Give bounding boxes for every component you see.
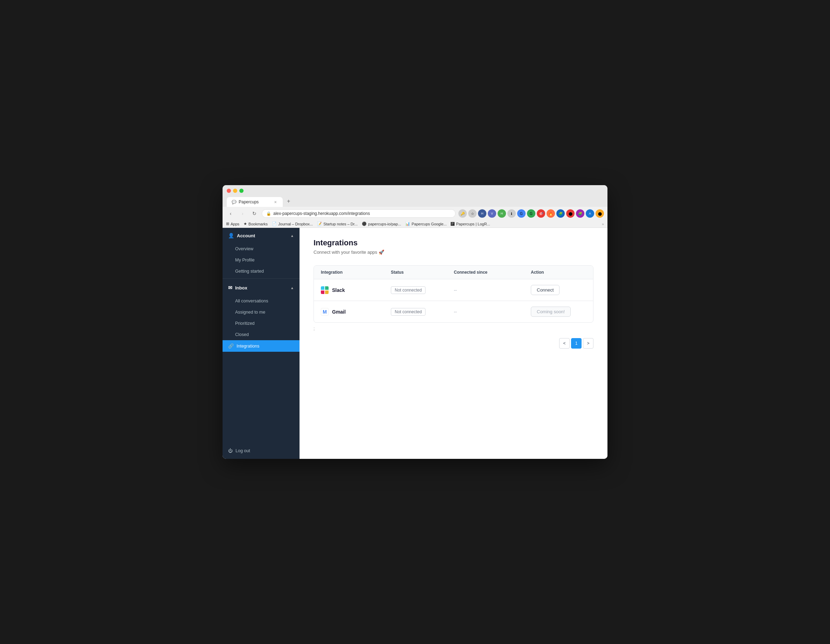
sidebar-account-header[interactable]: 👤 Account ▲	[223, 228, 299, 243]
sidebar-item-prioritized[interactable]: Prioritized	[223, 318, 299, 329]
bookmark-github-label: papercups-io/pap...	[368, 222, 401, 226]
sidebar-item-assigned-to-me[interactable]: Assigned to me	[223, 306, 299, 318]
slack-action-cell: Connect	[531, 285, 586, 295]
github-icon: ⚫	[362, 222, 367, 226]
pagination-prev-button[interactable]: <	[559, 338, 570, 349]
slack-integration-name: Slack	[321, 286, 391, 294]
bookmark-google[interactable]: 📊 Papercups Google...	[405, 222, 447, 226]
sidebar-inbox-header[interactable]: ✉ Inbox ▲	[223, 280, 299, 295]
user-avatar[interactable]: A	[586, 209, 594, 218]
tab-close-button[interactable]: ✕	[273, 200, 278, 205]
page-title: Integrations	[314, 238, 594, 247]
browser-window: 💬 Papercups ✕ + ‹ › ↻ 🔒 alex-papercups-s…	[223, 185, 607, 459]
slack-q4	[325, 290, 329, 294]
slack-q2	[325, 286, 329, 290]
gmail-status: Not connected	[391, 308, 454, 316]
sidebar-account-section: 👤 Account ▲ Overview My Profile Getting …	[223, 228, 299, 277]
gmail-icon: M	[321, 308, 329, 316]
extension-icon-11[interactable]: ⬤	[596, 209, 604, 218]
slack-label: Slack	[332, 287, 345, 293]
account-person-icon: 👤	[228, 233, 234, 238]
sidebar-account-label: Account	[237, 233, 255, 238]
main-content: Integrations Connect with your favorite …	[299, 228, 607, 459]
header-action: Action	[531, 270, 586, 275]
extension-icon-4[interactable]: ℹ	[507, 209, 516, 218]
logrocket-icon: 🅿	[451, 222, 455, 226]
sidebar-account-header-left: 👤 Account	[228, 233, 255, 238]
minimize-window-button[interactable]	[233, 189, 237, 193]
gmail-connected-since: --	[454, 309, 531, 314]
google-account-icon[interactable]: G	[517, 209, 526, 218]
slack-connect-button[interactable]: Connect	[531, 285, 559, 295]
sidebar: 👤 Account ▲ Overview My Profile Getting …	[223, 228, 299, 459]
logout-label: Log out	[236, 448, 250, 453]
bookmark-bookmarks[interactable]: ★ Bookmarks	[244, 222, 268, 226]
sidebar-item-closed[interactable]: Closed	[223, 329, 299, 340]
sidebar-divider-1	[223, 278, 299, 279]
bookmark-journal[interactable]: 📄 Journal – Dropbox...	[272, 222, 313, 226]
bookmarks-bar: ⊞ Apps ★ Bookmarks 📄 Journal – Dropbox..…	[223, 220, 607, 228]
more-bookmarks[interactable]: »	[602, 222, 604, 226]
gmail-action-cell: Coming soon!	[531, 306, 586, 317]
key-icon[interactable]: 🔑	[458, 209, 467, 218]
pagination-page-1-button[interactable]: 1	[571, 338, 581, 349]
slack-connected-since: --	[454, 287, 531, 293]
tab-favicon: 💬	[232, 200, 236, 205]
reload-button[interactable]: ↻	[250, 209, 259, 218]
logout-button[interactable]: ⏻ Log out	[228, 448, 294, 453]
table-row-slack: Slack Not connected -- Connect	[314, 279, 593, 301]
tab-title: Papercups	[239, 200, 258, 205]
pagination-next-button[interactable]: >	[583, 338, 594, 349]
extension-icon-1[interactable]: H	[478, 209, 486, 218]
bookmark-logrocket[interactable]: 🅿 Papercups | LogR...	[451, 222, 490, 226]
sidebar-my-profile-label: My Profile	[235, 258, 255, 262]
notes-icon: 📝	[317, 222, 322, 226]
window-controls	[227, 189, 603, 193]
bookmark-apps[interactable]: ⊞ Apps	[226, 222, 239, 226]
maximize-window-button[interactable]	[239, 189, 244, 193]
extension-icon-2[interactable]: V	[488, 209, 496, 218]
star-bookmark-icon: ★	[244, 222, 247, 226]
extension-icon-3[interactable]: H	[497, 209, 506, 218]
bookmark-startup-label: Startup notes – Dr...	[323, 222, 358, 226]
active-tab[interactable]: 💬 Papercups ✕	[227, 197, 283, 207]
sidebar-item-getting-started[interactable]: Getting started	[223, 266, 299, 277]
logout-icon: ⏻	[228, 448, 233, 453]
extension-icon-6[interactable]: 🎯	[537, 209, 545, 218]
bookmark-google-label: Papercups Google...	[412, 222, 447, 226]
sidebar-inbox-label: Inbox	[235, 285, 247, 290]
extension-icon-9[interactable]: ⬤	[566, 209, 575, 218]
extension-icon-8[interactable]: 🧩	[556, 209, 565, 218]
sidebar-footer: ⏻ Log out	[223, 443, 299, 459]
extension-icon-10[interactable]: 🧩	[576, 209, 584, 218]
apps-grid-icon: ⊞	[226, 222, 229, 226]
bookmark-github[interactable]: ⚫ papercups-io/pap...	[362, 222, 401, 226]
forward-button[interactable]: ›	[238, 209, 247, 218]
sidebar-getting-started-label: Getting started	[235, 269, 264, 274]
bookmark-logrocket-label: Papercups | LogR...	[456, 222, 490, 226]
back-button[interactable]: ‹	[226, 209, 235, 218]
slack-q3	[321, 290, 325, 294]
bookmark-startup[interactable]: 📝 Startup notes – Dr...	[317, 222, 358, 226]
extension-icon-7[interactable]: 🔥	[546, 209, 555, 218]
table-header-row: Integration Status Connected since Actio…	[314, 266, 593, 279]
integrations-sidebar-label: Integrations	[236, 344, 259, 349]
sidebar-item-overview[interactable]: Overview	[223, 243, 299, 254]
close-window-button[interactable]	[227, 189, 231, 193]
address-bar[interactable]: 🔒 alex-papercups-staging.herokuapp.com/i…	[262, 209, 456, 218]
sidebar-item-my-profile[interactable]: My Profile	[223, 254, 299, 266]
table-row-gmail: M Gmail Not connected -- Coming soon!	[314, 301, 593, 322]
header-connected-since: Connected since	[454, 270, 531, 275]
new-tab-button[interactable]: +	[283, 196, 294, 207]
assigned-to-me-label: Assigned to me	[235, 310, 265, 315]
sidebar-overview-label: Overview	[235, 246, 253, 251]
sidebar-item-integrations[interactable]: 🔗 Integrations	[223, 340, 299, 352]
gmail-coming-soon-button[interactable]: Coming soon!	[531, 306, 571, 317]
extension-icon-5[interactable]: G	[527, 209, 535, 218]
integrations-link-icon: 🔗	[228, 343, 234, 349]
account-chevron-icon: ▲	[290, 234, 294, 238]
star-icon[interactable]: ☆	[468, 209, 477, 218]
app-layout: 👤 Account ▲ Overview My Profile Getting …	[223, 228, 607, 459]
sidebar-item-all-conversations[interactable]: All conversations	[223, 295, 299, 306]
prioritized-label: Prioritized	[235, 321, 255, 326]
